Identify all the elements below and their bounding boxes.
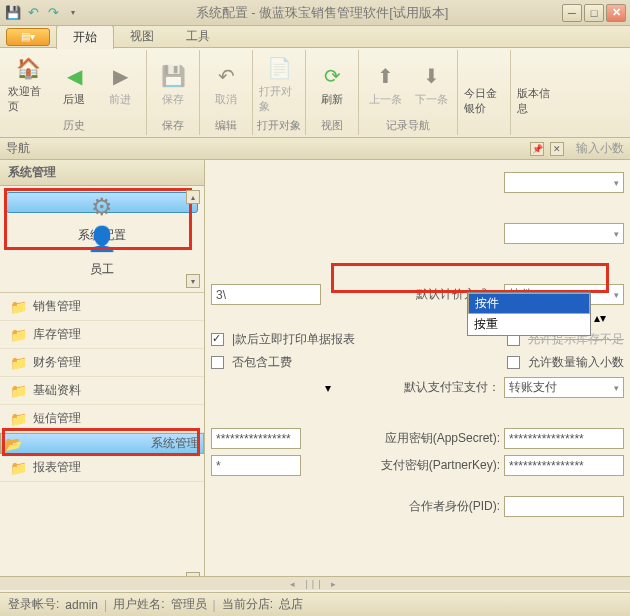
group-nav-label: 记录导航 (386, 116, 430, 133)
pid-label: 合作者身份(PID): (409, 498, 500, 515)
partnerkey-label: 支付密钥(PartnerKey): (381, 457, 500, 474)
window-title: 系统配置 - 傲蓝珠宝销售管理软件[试用版本] (82, 4, 562, 22)
tab-view[interactable]: 视图 (114, 25, 170, 48)
group-edit-label: 编辑 (215, 116, 237, 133)
folder-icon: 📁 (10, 299, 27, 315)
sidebar-icon-grid: ⚙ 系统配置 ▴ 👤 员工 ▾ (0, 186, 204, 293)
save-icon: 💾 (159, 62, 187, 90)
forward-button[interactable]: ▶前进 (98, 52, 142, 116)
pid-input[interactable] (504, 496, 624, 517)
save-icon[interactable]: 💾 (4, 4, 22, 22)
app-menu-button[interactable]: ▤▾ (6, 28, 50, 46)
home-icon: 🏠 (14, 54, 42, 82)
sidebar-big-employee[interactable]: 👤 员工 (6, 215, 198, 286)
tab-start[interactable]: 开始 (56, 25, 114, 49)
sidebar-header: 系统管理 (0, 160, 204, 186)
refresh-icon: ⟳ (318, 62, 346, 90)
pricing-option-weight[interactable]: 按重 (468, 314, 590, 335)
nav-header: 导航 📌 ✕ 输入小数 (0, 138, 630, 160)
prev-record-button[interactable]: ⬆上一条 (363, 52, 407, 116)
folder-icon: 📁 (10, 411, 27, 427)
up-arrow-icon: ⬆ (371, 62, 399, 90)
nav-close-button[interactable]: ✕ (550, 142, 564, 156)
pay-select[interactable]: 转账支付▾ (504, 377, 624, 398)
chevron-down-icon: ▾ (614, 229, 619, 239)
menu-bar: ▤▾ 开始 视图 工具 (0, 26, 630, 48)
status-account-label: 登录帐号: (8, 596, 59, 613)
folder-icon: 📁 (10, 355, 27, 371)
status-branch-value: 总店 (279, 596, 303, 613)
nav-item-finance[interactable]: 📁财务管理 (0, 349, 204, 377)
minimize-button[interactable]: ─ (562, 4, 582, 22)
status-user-value: 管理员 (171, 596, 207, 613)
status-branch-label: 当前分店: (222, 596, 273, 613)
nav-scroll-down[interactable]: ▾ (186, 274, 200, 288)
appsecret-label: 应用密钥(AppSecret): (385, 430, 500, 447)
back-button[interactable]: ◀后退 (52, 52, 96, 116)
appsecret-input[interactable] (504, 428, 624, 449)
blank-icon (523, 56, 551, 84)
redo-icon[interactable]: ↷ (44, 4, 62, 22)
combo-1[interactable]: ▾ (504, 172, 624, 193)
checkbox-print[interactable] (211, 333, 224, 346)
combo-2[interactable]: ▾ (504, 223, 624, 244)
pricing-dropdown[interactable]: 按件 按重 (467, 292, 591, 336)
spinner-icon[interactable]: ▴▾ (594, 311, 606, 325)
checkbox-decimal[interactable] (507, 356, 520, 369)
next-record-button[interactable]: ⬇下一条 (409, 52, 453, 116)
undo-icon: ↶ (212, 62, 240, 90)
status-account-value: admin (65, 598, 98, 612)
refresh-button[interactable]: ⟳刷新 (310, 52, 354, 116)
chevron-down-icon[interactable]: ▾ (325, 381, 331, 395)
partnerkey-input[interactable] (504, 455, 624, 476)
status-user-label: 用户姓名: (113, 596, 164, 613)
close-button[interactable]: ✕ (606, 4, 626, 22)
folder-icon: 📁 (10, 460, 27, 476)
forward-icon: ▶ (106, 62, 134, 90)
checkbox-fee[interactable] (211, 356, 224, 369)
scrollbar-track[interactable]: ◂ ||| ▸ (0, 576, 630, 590)
nav-item-system[interactable]: 📂系统管理 (0, 433, 204, 454)
ribbon: 🏠欢迎首页 ◀后退 ▶前进 历史 💾保存 保存 ↶取消 编辑 📄打开对象 打开对… (0, 48, 630, 138)
blank-icon (470, 56, 498, 84)
content-pane: ▾ ▾ 默认计价方式： 按件▾ 按件 按重 ¥1.00 ▴▾ |款后立即打印单据… (205, 160, 630, 590)
back-icon: ◀ (60, 62, 88, 90)
chevron-down-icon: ▾ (614, 290, 619, 300)
undo-icon[interactable]: ↶ (24, 4, 42, 22)
nav-label: 导航 (6, 140, 30, 157)
maximize-button[interactable]: □ (584, 4, 604, 22)
document-icon: 📄 (265, 54, 293, 82)
open-object-button[interactable]: 📄打开对象 (257, 52, 301, 116)
version-info-button[interactable]: 版本信息 (515, 52, 559, 119)
chevron-down-icon: ▾ (614, 178, 619, 188)
nav-item-sms[interactable]: 📁短信管理 (0, 405, 204, 433)
group-view-label: 视图 (321, 116, 343, 133)
chevron-down-icon: ▾ (614, 383, 619, 393)
down-arrow-icon: ⬇ (417, 62, 445, 90)
folder-open-icon: 📂 (5, 436, 22, 452)
tab-tools[interactable]: 工具 (170, 25, 226, 48)
nav-item-sales[interactable]: 📁销售管理 (0, 293, 204, 321)
masked-input-2[interactable] (211, 455, 301, 476)
qat-dropdown-icon[interactable]: ▾ (64, 4, 82, 22)
cancel-button[interactable]: ↶取消 (204, 52, 248, 116)
status-bar: 登录帐号: admin | 用户姓名: 管理员 | 当前分店: 总店 (0, 592, 630, 616)
gear-icon: ⚙ (86, 193, 118, 221)
home-button[interactable]: 🏠欢迎首页 (6, 52, 50, 116)
gold-price-button[interactable]: 今日金银价 (462, 52, 506, 119)
big-item-label: 员工 (90, 261, 114, 278)
save-button[interactable]: 💾保存 (151, 52, 195, 116)
title-bar: 💾 ↶ ↷ ▾ 系统配置 - 傲蓝珠宝销售管理软件[试用版本] ─ □ ✕ (0, 0, 630, 26)
masked-input-1[interactable] (211, 428, 301, 449)
group-save-label: 保存 (162, 116, 184, 133)
pin-button[interactable]: 📌 (530, 142, 544, 156)
nav-item-inventory[interactable]: 📁库存管理 (0, 321, 204, 349)
nav-scroll-up[interactable]: ▴ (186, 190, 200, 204)
nav-item-basedata[interactable]: 📁基础资料 (0, 377, 204, 405)
pricing-option-piece[interactable]: 按件 (468, 293, 590, 314)
path-input[interactable] (211, 284, 321, 305)
person-icon: 👤 (86, 223, 118, 255)
sidebar-big-system-config[interactable]: ⚙ 系统配置 (6, 192, 198, 213)
nav-item-reports[interactable]: 📁报表管理 (0, 454, 204, 482)
sidebar: 系统管理 ⚙ 系统配置 ▴ 👤 员工 ▾ 📁销售管理 📁库存管理 📁财务管理 📁… (0, 160, 205, 590)
